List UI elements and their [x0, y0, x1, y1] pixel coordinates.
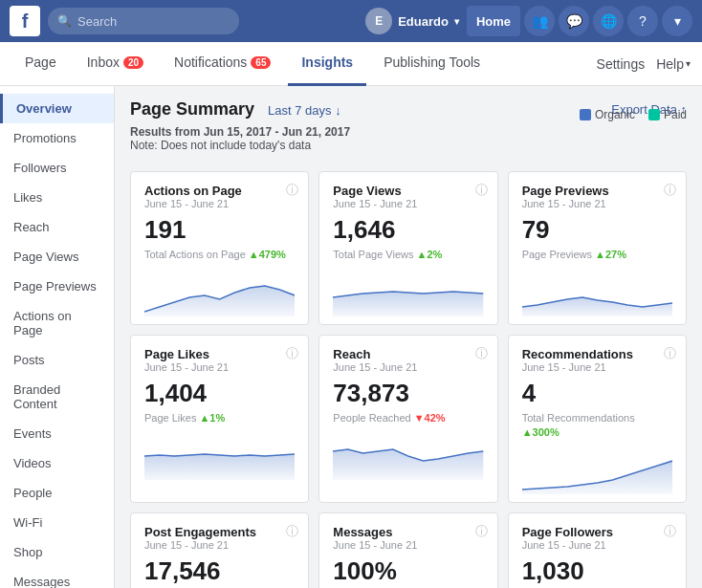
card-date: June 15 - June 21: [522, 198, 672, 209]
card-sublabel: Page Likes: [144, 412, 199, 424]
card-title: Page Likes: [144, 347, 295, 361]
card-sublabel: Page Previews: [522, 249, 595, 260]
page-navigation: Page Inbox 20 Notifications 65 Insights …: [0, 42, 702, 86]
username: Eduardo: [398, 14, 449, 29]
notifications-badge: 65: [251, 56, 271, 69]
inbox-badge: 20: [123, 56, 143, 69]
card-value: 73,873: [333, 379, 483, 408]
sidebar-item-likes[interactable]: Likes: [0, 183, 114, 212]
nav-icons: Home 👥 💬 🌐 ? ▾: [467, 6, 692, 36]
sidebar-item-people[interactable]: People: [0, 478, 114, 508]
card-title: Page Previews: [522, 184, 672, 198]
info-icon[interactable]: ⓘ: [664, 523, 676, 540]
search-input[interactable]: [77, 14, 230, 29]
sidebar-item-events[interactable]: Events: [0, 419, 114, 448]
sidebar-item-videos[interactable]: Videos: [0, 448, 114, 478]
card-title: Page Followers: [522, 525, 672, 539]
svg-marker-3: [144, 454, 295, 480]
svg-marker-5: [522, 461, 672, 494]
card-value: 191: [144, 215, 295, 245]
sidebar-item-actions-on-page[interactable]: Actions on Page: [0, 301, 114, 345]
info-icon[interactable]: ⓘ: [664, 345, 676, 362]
card-sublabel: Total Recommendations: [522, 412, 635, 424]
sidebar-item-reach[interactable]: Reach: [0, 212, 114, 242]
card-change: ▲2%: [417, 249, 443, 260]
info-icon[interactable]: ⓘ: [286, 345, 298, 362]
home-button[interactable]: Home: [467, 6, 520, 36]
sidebar-item-followers[interactable]: Followers: [0, 153, 114, 183]
info-icon[interactable]: ⓘ: [286, 523, 298, 540]
sidebar-item-posts[interactable]: Posts: [0, 345, 114, 375]
card-change: ▲1%: [199, 412, 225, 424]
date-range: Results from Jun 15, 2017 - Jun 21, 2017…: [130, 125, 350, 152]
metric-card-post-engagements: Post Engagements June 15 - June 21 ⓘ 17,…: [130, 512, 309, 588]
page-title: Page Summary: [130, 99, 254, 120]
chevron-down-icon: ▾: [686, 58, 691, 69]
avatar: E: [365, 8, 392, 34]
card-date: June 15 - June 21: [522, 539, 672, 551]
friends-icon[interactable]: 👥: [524, 6, 555, 36]
metrics-grid: Actions on Page June 15 - June 21 ⓘ 191 …: [130, 171, 687, 588]
legend-item-paid: Paid: [648, 108, 687, 121]
metric-card-actions-on-page: Actions on Page June 15 - June 21 ⓘ 191 …: [130, 171, 309, 325]
tab-inbox[interactable]: Inbox 20: [74, 42, 157, 86]
metric-card-recommendations: Recommendations June 15 - June 21 ⓘ 4 To…: [508, 335, 687, 503]
search-bar[interactable]: 🔍: [48, 8, 239, 34]
messenger-icon[interactable]: 💬: [559, 6, 589, 36]
card-change: ▲27%: [595, 249, 626, 260]
top-navigation: f 🔍 E Eduardo ▾ Home 👥 💬 🌐 ? ▾: [0, 0, 702, 42]
sidebar-item-messages[interactable]: Messages: [0, 567, 114, 588]
globe-icon[interactable]: 🌐: [593, 6, 624, 36]
card-value: 79: [522, 215, 672, 245]
metric-card-page-followers: Page Followers June 15 - June 21 ⓘ 1,030…: [508, 512, 687, 588]
card-date: June 15 - June 21: [333, 361, 483, 373]
tab-notifications[interactable]: Notifications 65: [161, 42, 284, 86]
tab-page[interactable]: Page: [11, 42, 70, 86]
help-button[interactable]: Help ▾: [656, 56, 691, 72]
info-icon[interactable]: ⓘ: [475, 523, 488, 540]
info-icon[interactable]: ⓘ: [664, 182, 676, 199]
sidebar-item-shop[interactable]: Shop: [0, 537, 114, 567]
help-icon[interactable]: ?: [627, 6, 658, 36]
card-value: 1,646: [333, 215, 483, 245]
card-sublabel: Total Actions on Page: [144, 249, 249, 260]
main-content: Page Summary Last 7 days ↓ Export Data ↑…: [115, 86, 702, 588]
card-date: June 15 - June 21: [333, 539, 483, 551]
sidebar-item-promotions[interactable]: Promotions: [0, 123, 114, 153]
page-tabs: Page Inbox 20 Notifications 65 Insights …: [11, 42, 494, 86]
tab-insights[interactable]: Insights: [288, 42, 366, 86]
card-value: 4: [522, 379, 672, 408]
card-title: Actions on Page: [144, 184, 295, 198]
chevron-down-icon[interactable]: ▾: [662, 6, 692, 36]
info-icon[interactable]: ⓘ: [475, 182, 488, 199]
settings-link[interactable]: Settings: [597, 56, 646, 72]
legend-item-organic: Organic: [580, 108, 635, 121]
card-date: June 15 - June 21: [144, 539, 295, 551]
page-nav-right: Settings Help ▾: [597, 56, 691, 72]
sidebar-item-wi-fi[interactable]: Wi-Fi: [0, 508, 114, 537]
mini-chart: [333, 269, 483, 316]
sidebar-item-page-views[interactable]: Page Views: [0, 242, 114, 272]
card-change: ▲479%: [249, 249, 286, 260]
card-change: ▲300%: [522, 426, 559, 438]
card-title: Messages: [333, 525, 483, 539]
card-value: 1,404: [144, 379, 295, 408]
main-layout: OverviewPromotionsFollowersLikesReachPag…: [0, 86, 702, 588]
card-title: Page Views: [333, 184, 483, 198]
card-title: Recommendations: [522, 347, 672, 361]
card-sublabel: Total Page Views: [333, 249, 416, 260]
info-icon[interactable]: ⓘ: [475, 345, 488, 362]
mini-chart: [333, 432, 483, 480]
sidebar-item-page-previews[interactable]: Page Previews: [0, 272, 114, 301]
user-menu[interactable]: E Eduardo ▾: [365, 8, 459, 34]
sidebar-item-branded-content[interactable]: Branded Content: [0, 375, 114, 419]
card-value: 17,546: [144, 556, 295, 586]
chevron-down-icon: ▾: [454, 16, 459, 27]
sidebar-item-overview[interactable]: Overview: [0, 94, 114, 123]
info-icon[interactable]: ⓘ: [286, 182, 298, 199]
mini-chart: [522, 269, 672, 316]
card-date: June 15 - June 21: [144, 198, 295, 209]
period-selector[interactable]: Last 7 days ↓: [268, 103, 341, 118]
tab-publishing-tools[interactable]: Publishing Tools: [370, 42, 494, 86]
metric-card-messages: Messages June 15 - June 21 ⓘ 100% Respon…: [318, 512, 497, 588]
